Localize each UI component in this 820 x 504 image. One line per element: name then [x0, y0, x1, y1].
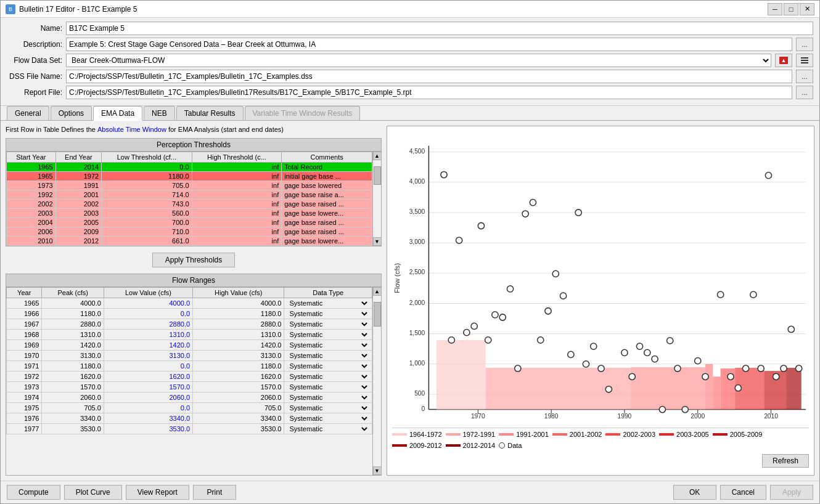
- tab-tabular-results[interactable]: Tabular Results: [176, 106, 244, 120]
- description-browse-button[interactable]: …: [796, 38, 813, 51]
- maximize-button[interactable]: □: [784, 3, 798, 15]
- ok-button[interactable]: OK: [673, 485, 716, 500]
- legend-label-2005-2009: 2005-2009: [730, 431, 763, 438]
- flow-scroll-up[interactable]: ▲: [373, 287, 382, 296]
- data-type-select[interactable]: Systematic Historic Censored: [287, 309, 369, 318]
- threshold-row[interactable]: 2004 2005 700.0 inf gage base raised ...: [7, 218, 372, 227]
- flow-row[interactable]: 1966 1180.0 0.0 1180.0 Systematic Histor…: [7, 309, 372, 319]
- scroll-thumb[interactable]: [374, 166, 381, 185]
- th-high-value: High Value (cfs): [193, 288, 284, 298]
- legend-label-1964-1972: 1964-1972: [409, 431, 442, 438]
- dss-browse-button[interactable]: …: [796, 70, 813, 83]
- flow-year: 1973: [7, 382, 42, 392]
- data-type-select[interactable]: Systematic Historic Censored: [287, 404, 369, 412]
- apply-button[interactable]: Apply: [770, 485, 813, 500]
- svg-point-69: [621, 349, 628, 356]
- svg-point-88: [781, 365, 787, 372]
- threshold-row[interactable]: 1965 1972 1180.0 inf initial gage base .…: [7, 172, 372, 181]
- threshold-end: 2014: [55, 163, 102, 172]
- flow-row[interactable]: 1970 3130.0 3130.0 3130.0 Systematic His…: [7, 351, 372, 361]
- svg-text:3,000: 3,000: [409, 238, 425, 245]
- view-report-button[interactable]: View Report: [126, 485, 189, 500]
- flow-red-icon[interactable]: ▲: [775, 54, 792, 67]
- scroll-down-arrow[interactable]: ▼: [373, 237, 382, 246]
- flow-row[interactable]: 1973 1570.0 1570.0 1570.0 Systematic His…: [7, 382, 372, 392]
- tab-ema-data[interactable]: EMA Data: [93, 106, 142, 121]
- svg-rect-40: [705, 364, 713, 410]
- data-type-select[interactable]: Systematic Historic Censored: [287, 414, 369, 423]
- tab-general[interactable]: General: [7, 106, 49, 120]
- minimize-button[interactable]: ─: [768, 3, 782, 15]
- flow-row[interactable]: 1975 705.0 0.0 705.0 Systematic Historic…: [7, 403, 372, 413]
- name-input[interactable]: [66, 22, 813, 35]
- flow-row[interactable]: 1971 1180.0 0.0 1180.0 Systematic Histor…: [7, 361, 372, 372]
- flow-row[interactable]: 1974 2060.0 2060.0 2060.0 Systematic His…: [7, 392, 372, 403]
- report-file-input[interactable]: [66, 86, 792, 99]
- data-type-select[interactable]: Systematic Historic Censored: [287, 372, 369, 381]
- threshold-comment: gage base lowere...: [282, 209, 372, 218]
- flow-row[interactable]: 1968 1310.0 1310.0 1310.0 Systematic His…: [7, 330, 372, 340]
- threshold-row[interactable]: 1973 1991 705.0 inf gage base lowered: [7, 181, 372, 190]
- flow-row[interactable]: 1972 1620.0 1620.0 1620.0 Systematic His…: [7, 372, 372, 382]
- threshold-row[interactable]: 1965 2014 0.0 inf Total Record: [7, 163, 372, 172]
- info-text: First Row in Table Defines the Absolute …: [6, 126, 382, 133]
- legend-1964-1972: 1964-1972: [392, 431, 442, 438]
- th-low-value: Low Value (cfs): [104, 288, 192, 298]
- flow-type: Systematic Historic Censored: [284, 330, 372, 340]
- compute-button[interactable]: Compute: [7, 485, 60, 500]
- flow-scrollbar[interactable]: ▲ ▼: [372, 287, 381, 475]
- threshold-row[interactable]: 2003 2003 560.0 inf gage base lowere...: [7, 209, 372, 218]
- tab-neb[interactable]: NEB: [144, 106, 175, 120]
- threshold-row[interactable]: 2010 2012 661.0 inf gage base lowere...: [7, 237, 372, 246]
- flow-row[interactable]: 1967 2880.0 2880.0 2880.0 Systematic His…: [7, 319, 372, 330]
- data-type-select[interactable]: Systematic Historic Censored: [287, 341, 369, 349]
- flow-row[interactable]: 1976 3340.0 3340.0 3340.0 Systematic His…: [7, 413, 372, 424]
- svg-point-74: [659, 406, 665, 412]
- threshold-row[interactable]: 1992 2001 714.0 inf gage base raise a...: [7, 190, 372, 200]
- legend-2012-2014: 2012-2014: [446, 442, 496, 449]
- description-input[interactable]: [66, 38, 792, 51]
- plot-curve-button[interactable]: Plot Curve: [64, 485, 122, 500]
- flow-low: 3340.0: [104, 413, 192, 424]
- svg-point-62: [560, 293, 566, 299]
- svg-text:2,000: 2,000: [409, 299, 425, 306]
- dss-file-input[interactable]: [66, 70, 792, 83]
- scroll-up-arrow[interactable]: ▲: [373, 152, 382, 160]
- data-type-select[interactable]: Systematic Historic Censored: [287, 320, 369, 328]
- data-type-select[interactable]: Systematic Historic Censored: [287, 425, 369, 433]
- data-type-select[interactable]: Systematic Historic Censored: [287, 330, 369, 339]
- flow-row[interactable]: 1965 4000.0 4000.0 4000.0 Systematic His…: [7, 298, 372, 309]
- threshold-low: 714.0: [102, 190, 192, 200]
- svg-text:▲: ▲: [781, 57, 787, 63]
- flow-high: 3130.0: [193, 351, 284, 361]
- data-type-select[interactable]: Systematic Historic Censored: [287, 362, 369, 370]
- cancel-button[interactable]: Cancel: [720, 485, 766, 500]
- flow-list-icon[interactable]: [796, 54, 813, 67]
- data-type-select[interactable]: Systematic Historic Censored: [287, 393, 369, 402]
- legend-line-2001-2002: [552, 433, 567, 436]
- refresh-button[interactable]: Refresh: [762, 454, 809, 468]
- apply-thresholds-button[interactable]: Apply Thresholds: [152, 253, 236, 267]
- flow-scroll-thumb[interactable]: [374, 302, 381, 327]
- tab-options[interactable]: Options: [51, 106, 92, 120]
- threshold-start: 2010: [7, 237, 56, 246]
- threshold-high: inf: [192, 181, 282, 190]
- threshold-scrollbar[interactable]: ▲ ▼: [372, 152, 381, 246]
- data-type-select[interactable]: Systematic Historic Censored: [287, 299, 369, 307]
- svg-point-55: [507, 286, 513, 292]
- flow-data-set-select[interactable]: Bear Creek-Ottumwa-FLOW: [66, 54, 771, 67]
- svg-rect-39: [631, 367, 705, 410]
- data-type-select[interactable]: Systematic Historic Censored: [287, 351, 369, 360]
- threshold-row[interactable]: 2006 2009 710.0 inf gage base raised ...: [7, 227, 372, 237]
- threshold-row[interactable]: 2002 2002 743.0 inf gage base raised ...: [7, 200, 372, 209]
- print-button[interactable]: Print: [193, 485, 236, 500]
- close-button[interactable]: ✕: [800, 3, 814, 15]
- flow-year: 1971: [7, 361, 42, 372]
- report-browse-button[interactable]: …: [796, 86, 813, 99]
- data-type-select[interactable]: Systematic Historic Censored: [287, 383, 369, 391]
- flow-row[interactable]: 1969 1420.0 1420.0 1420.0 Systematic His…: [7, 340, 372, 351]
- threshold-end: 2009: [55, 227, 102, 237]
- flow-row[interactable]: 1977 3530.0 3530.0 3530.0 Systematic His…: [7, 424, 372, 434]
- svg-point-65: [583, 361, 589, 367]
- flow-scroll-down[interactable]: ▼: [373, 466, 382, 475]
